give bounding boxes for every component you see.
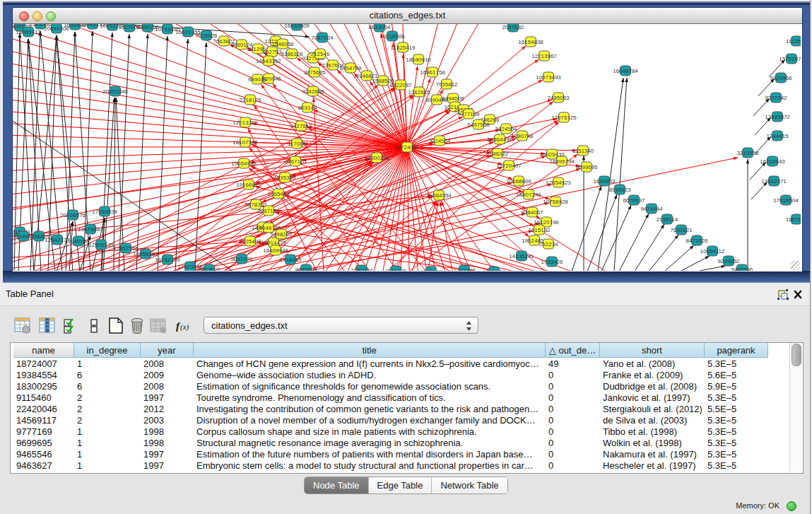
- svg-text:19975887: 19975887: [78, 226, 103, 233]
- svg-text:1167534: 1167534: [786, 216, 801, 223]
- svg-text:1080748: 1080748: [511, 133, 534, 139]
- svg-text:(x): (x): [180, 322, 189, 332]
- svg-text:18724007: 18724007: [394, 144, 420, 151]
- svg-text:20206576: 20206576: [60, 212, 86, 218]
- svg-text:2718176: 2718176: [239, 97, 261, 103]
- svg-text:18495794: 18495794: [549, 158, 575, 165]
- svg-text:6679197: 6679197: [623, 197, 645, 204]
- svg-text:10973493: 10973493: [536, 74, 561, 81]
- svg-text:212546: 212546: [311, 51, 330, 57]
- svg-text:16961758: 16961758: [420, 69, 445, 76]
- svg-text:16033809: 16033809: [284, 24, 310, 29]
- svg-text:11325419: 11325419: [391, 45, 416, 51]
- svg-text:16543362: 16543362: [256, 58, 281, 64]
- svg-text:9777169: 9777169: [457, 111, 480, 117]
- svg-text:17359924: 17359924: [92, 209, 117, 215]
- svg-text:7632621: 7632621: [670, 227, 693, 233]
- svg-text:9242848: 9242848: [302, 88, 324, 95]
- svg-text:7986322: 7986322: [486, 151, 509, 157]
- svg-text:1716485: 1716485: [279, 257, 302, 263]
- svg-text:16120746: 16120746: [534, 219, 559, 226]
- svg-text:9699695: 9699695: [295, 267, 317, 271]
- svg-text:7955812: 7955812: [435, 81, 458, 88]
- svg-text:5498222: 5498222: [270, 231, 293, 238]
- svg-text:18300295: 18300295: [364, 155, 389, 161]
- svg-text:16914479: 16914479: [261, 240, 286, 246]
- svg-text:10688609: 10688609: [506, 178, 531, 185]
- svg-text:252234: 252234: [539, 241, 558, 247]
- svg-text:1615132: 1615132: [528, 227, 551, 233]
- svg-text:8454749: 8454749: [339, 65, 362, 71]
- svg-text:16409948: 16409948: [263, 247, 288, 254]
- svg-text:15751074: 15751074: [779, 56, 801, 62]
- svg-text:9384067: 9384067: [521, 209, 543, 216]
- svg-text:962753: 962753: [263, 49, 282, 55]
- svg-text:6794028: 6794028: [442, 95, 464, 102]
- svg-text:8813054: 8813054: [368, 24, 391, 30]
- svg-text:1235359: 1235359: [273, 175, 296, 181]
- svg-text:9245652: 9245652: [717, 258, 740, 264]
- svg-text:12213369: 12213369: [233, 119, 258, 126]
- svg-text:2087682: 2087682: [502, 24, 524, 30]
- svg-text:1151340: 1151340: [572, 148, 594, 154]
- svg-text:1335174: 1335174: [483, 269, 505, 271]
- svg-text:12942737: 12942737: [45, 237, 70, 243]
- svg-text:989013: 989013: [248, 76, 267, 83]
- svg-text:1965498: 1965498: [267, 191, 290, 197]
- svg-text:1292346: 1292346: [453, 267, 476, 271]
- svg-text:17692971: 17692971: [761, 178, 787, 185]
- svg-text:14136141: 14136141: [509, 253, 534, 259]
- svg-text:9227342: 9227342: [765, 95, 787, 101]
- svg-text:7625402: 7625402: [239, 238, 261, 245]
- svg-text:2935114: 2935114: [657, 216, 678, 223]
- svg-text:6497568: 6497568: [467, 122, 490, 128]
- svg-text:1362615: 1362615: [408, 89, 430, 95]
- svg-text:12975125: 12975125: [551, 115, 577, 121]
- svg-text:15720407: 15720407: [496, 163, 522, 169]
- svg-text:17654923: 17654923: [546, 180, 571, 186]
- svg-text:20053346: 20053346: [102, 88, 128, 95]
- svg-text:8938923: 8938923: [608, 187, 631, 193]
- svg-text:19166827: 19166827: [236, 182, 261, 188]
- svg-text:3824554: 3824554: [495, 126, 517, 132]
- svg-text:3024554: 3024554: [428, 138, 451, 144]
- svg-text:14055712: 14055712: [16, 29, 41, 35]
- svg-text:19654985: 19654985: [231, 160, 257, 167]
- svg-text:1046786: 1046786: [384, 268, 407, 271]
- svg-text:8322037: 8322037: [389, 82, 412, 88]
- svg-text:20364436: 20364436: [487, 136, 512, 143]
- svg-text:9474444: 9474444: [640, 206, 663, 212]
- svg-text:3215958: 3215958: [736, 150, 759, 156]
- svg-text:12505135: 12505135: [88, 242, 114, 248]
- svg-text:18640910: 18640910: [406, 57, 431, 63]
- svg-text:12213967: 12213967: [531, 53, 557, 59]
- svg-text:9427512: 9427512: [290, 123, 312, 129]
- svg-text:1292344: 1292344: [351, 267, 373, 271]
- svg-text:16782759: 16782759: [155, 257, 180, 263]
- svg-text:19218506: 19218506: [379, 33, 405, 40]
- svg-text:7485063: 7485063: [547, 95, 570, 101]
- svg-text:9463627: 9463627: [198, 267, 220, 271]
- svg-text:17016504: 17016504: [773, 197, 799, 204]
- svg-text:10756928: 10756928: [543, 199, 568, 205]
- svg-text:7857224: 7857224: [311, 35, 334, 41]
- svg-text:16107554: 16107554: [233, 139, 258, 146]
- svg-text:803144: 803144: [298, 105, 317, 111]
- svg-text:9329966: 9329966: [770, 75, 792, 81]
- svg-text:9465546: 9465546: [731, 267, 753, 271]
- svg-text:1112624: 1112624: [786, 38, 801, 45]
- svg-text:16210643: 16210643: [760, 158, 785, 165]
- svg-text:10654112: 10654112: [700, 248, 726, 255]
- svg-text:16648784: 16648784: [613, 68, 638, 74]
- svg-text:19384554: 19384554: [426, 192, 452, 199]
- svg-text:9699695: 9699695: [575, 164, 598, 170]
- svg-text:8471626: 8471626: [686, 238, 708, 244]
- svg-text:8186328: 8186328: [281, 51, 303, 57]
- svg-text:18407249: 18407249: [516, 192, 541, 198]
- svg-text:16154838: 16154838: [518, 39, 543, 45]
- svg-text:3267150: 3267150: [257, 208, 280, 214]
- svg-text:1145194: 1145194: [68, 238, 90, 245]
- svg-text:1733426: 1733426: [541, 259, 563, 265]
- svg-text:12093872: 12093872: [765, 114, 790, 120]
- svg-text:9657791: 9657791: [230, 256, 253, 262]
